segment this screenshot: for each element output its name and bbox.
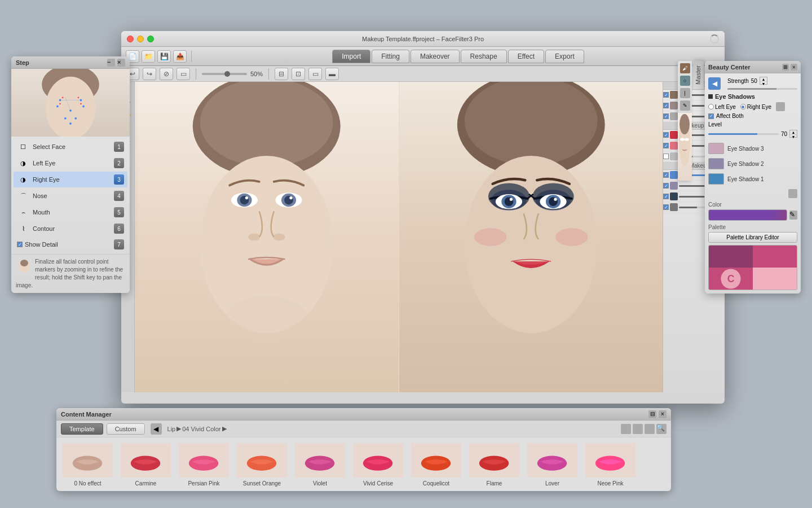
cm-item-sunset-orange[interactable]: Sunset Orange bbox=[235, 442, 289, 487]
es-settings-icon[interactable] bbox=[788, 189, 797, 198]
palette-cell-1[interactable] bbox=[709, 246, 753, 268]
master-tab[interactable]: Master bbox=[692, 61, 704, 89]
slider-check-9[interactable]: ✓ bbox=[663, 194, 669, 199]
bc-strength-slider[interactable] bbox=[727, 88, 797, 90]
bc-level-up[interactable]: ▲ bbox=[790, 130, 797, 135]
es-item-3[interactable]: Eye Shadow 3 bbox=[708, 141, 797, 156]
es-item-1[interactable]: Eye Shadow 1 bbox=[708, 172, 797, 187]
bc-affect-both-check[interactable]: ✓ bbox=[708, 113, 714, 119]
bc-level-down[interactable]: ▼ bbox=[790, 135, 797, 139]
maximize-button[interactable] bbox=[147, 36, 154, 42]
tab-export[interactable]: Export bbox=[545, 50, 584, 63]
bc-color-picker-icon[interactable]: ✎ bbox=[789, 211, 797, 220]
cm-back-arrow[interactable]: ◀ bbox=[151, 423, 162, 435]
open-button[interactable]: 📁 bbox=[142, 50, 155, 63]
bc-back-button[interactable]: ◀ bbox=[708, 77, 721, 90]
zoom-slider[interactable] bbox=[202, 73, 247, 75]
contour-icon: ⌇ bbox=[17, 224, 29, 233]
cm-view1[interactable] bbox=[621, 424, 631, 434]
redo-button[interactable]: ↪ bbox=[143, 68, 156, 80]
tab-fitting[interactable]: Fitting bbox=[372, 50, 409, 63]
bc-radio-left[interactable]: Left Eye bbox=[708, 104, 736, 110]
tab-effect[interactable]: Effect bbox=[508, 50, 544, 63]
bc-strength-up[interactable]: ▲ bbox=[760, 77, 767, 82]
step-panel-close[interactable]: × bbox=[117, 59, 125, 67]
es-item-2[interactable]: Eye Shadow 2 bbox=[708, 156, 797, 172]
slider-icon-9 bbox=[670, 192, 678, 200]
select-button[interactable]: ▭ bbox=[176, 68, 190, 80]
bc-tool-3[interactable]: | bbox=[680, 88, 690, 98]
step-nose[interactable]: ⌒ Nose 4 bbox=[14, 188, 127, 204]
tab-reshape[interactable]: Reshape bbox=[461, 50, 507, 63]
step-left-eye[interactable]: ◑ Left Eye 2 bbox=[14, 155, 127, 172]
slider-check-4[interactable]: ✓ bbox=[663, 132, 669, 138]
bc-eye-icon[interactable] bbox=[776, 102, 785, 111]
save-button[interactable]: 💾 bbox=[157, 50, 171, 63]
step-right-eye[interactable]: ◑ Right Eye 3 bbox=[14, 172, 127, 188]
cm-item-flame[interactable]: Flame bbox=[467, 442, 521, 487]
step-mouth[interactable]: ⌢ Mouth 5 bbox=[14, 204, 127, 221]
cm-item-violet[interactable]: Violet bbox=[293, 442, 347, 487]
minimize-button[interactable] bbox=[137, 36, 144, 42]
cm-view3[interactable] bbox=[645, 424, 655, 434]
slider-check-7[interactable]: ✓ bbox=[663, 172, 669, 178]
reset-button[interactable]: ⊘ bbox=[160, 68, 173, 80]
palette-cell-2[interactable] bbox=[753, 246, 797, 268]
bc-level-stepper[interactable]: ▲ ▼ bbox=[789, 130, 797, 138]
palette-cell-4[interactable] bbox=[753, 268, 797, 290]
bc-strength-down[interactable]: ▼ bbox=[760, 82, 767, 86]
palette-cell-3[interactable]: C bbox=[709, 268, 753, 290]
slider-check-2[interactable]: ✓ bbox=[663, 103, 669, 108]
view3-button[interactable]: ▭ bbox=[308, 68, 322, 80]
close-button[interactable] bbox=[127, 36, 134, 42]
svg-point-35 bbox=[69, 110, 72, 112]
bc-radio-right[interactable]: Right Eye bbox=[740, 104, 771, 110]
cm-search[interactable]: 🔍 bbox=[656, 424, 667, 434]
bc-tool-1[interactable]: 🖌 bbox=[680, 63, 690, 73]
cm-item-coquelicot[interactable]: Coquelicot bbox=[409, 442, 463, 487]
view4-button[interactable]: ▬ bbox=[325, 68, 339, 80]
slider-check-5[interactable]: ✓ bbox=[663, 143, 669, 148]
bc-level-slider[interactable] bbox=[708, 133, 779, 135]
cm-item-neoe-pink[interactable]: Neoe Pink bbox=[584, 442, 637, 487]
cm-tab-template[interactable]: Template bbox=[61, 423, 103, 435]
face-svg-after bbox=[399, 82, 663, 392]
bc-close[interactable]: × bbox=[791, 64, 797, 71]
tab-makeover[interactable]: Makeover bbox=[411, 50, 460, 63]
share-button[interactable]: 📤 bbox=[173, 50, 187, 63]
bc-title-bar: Beauty Center ⊞ × bbox=[705, 61, 801, 73]
palette-library-btn[interactable]: Palette Library Editor bbox=[708, 232, 797, 243]
face-before bbox=[135, 82, 399, 392]
bc-tool-2[interactable]: ○ bbox=[680, 76, 690, 86]
cm-view2[interactable] bbox=[633, 424, 643, 434]
step-panel-minimize[interactable]: − bbox=[107, 59, 115, 67]
bc-tool-4[interactable]: ✎ bbox=[680, 100, 690, 111]
slider-check-1[interactable]: ✓ bbox=[663, 92, 669, 98]
show-detail-check[interactable]: ✓ bbox=[17, 242, 23, 247]
view2-button[interactable]: ⊡ bbox=[292, 68, 305, 80]
cm-item-no-effect[interactable]: 0 No effect bbox=[61, 442, 114, 487]
cm-item-persian-pink[interactable]: Persian Pink bbox=[177, 442, 231, 487]
cm-item-lover[interactable]: Lover bbox=[526, 442, 579, 487]
step-panel: Step − × ☐ S bbox=[11, 56, 130, 293]
slider-check-10[interactable]: ✓ bbox=[663, 204, 669, 210]
step-contour[interactable]: ⌇ Contour 6 bbox=[14, 221, 127, 237]
zoom-thumb[interactable] bbox=[224, 71, 230, 77]
tab-import[interactable]: Import bbox=[332, 50, 370, 63]
step-select-face[interactable]: ☐ Select Face 1 bbox=[14, 139, 127, 155]
cm-item-carmine[interactable]: Carmine bbox=[119, 442, 173, 487]
svg-point-38 bbox=[56, 106, 59, 108]
cm-thumb-coquelicot bbox=[409, 442, 463, 479]
face-after bbox=[399, 82, 663, 392]
cm-tab-custom[interactable]: Custom bbox=[107, 423, 145, 435]
cm-icon-btn[interactable]: ⊟ bbox=[648, 410, 656, 418]
slider-check-6[interactable] bbox=[663, 154, 669, 159]
split-view-button[interactable]: ⊟ bbox=[275, 68, 288, 80]
cm-close-btn[interactable]: × bbox=[659, 410, 667, 418]
bc-color-swatch[interactable] bbox=[708, 209, 787, 221]
slider-check-8[interactable]: ✓ bbox=[663, 183, 669, 189]
bc-expand[interactable]: ⊞ bbox=[782, 64, 789, 71]
slider-check-3[interactable]: ✓ bbox=[663, 113, 669, 119]
cm-item-vivid-cerise[interactable]: Vivid Cerise bbox=[351, 442, 405, 487]
bc-strength-stepper[interactable]: ▲ ▼ bbox=[760, 77, 767, 85]
